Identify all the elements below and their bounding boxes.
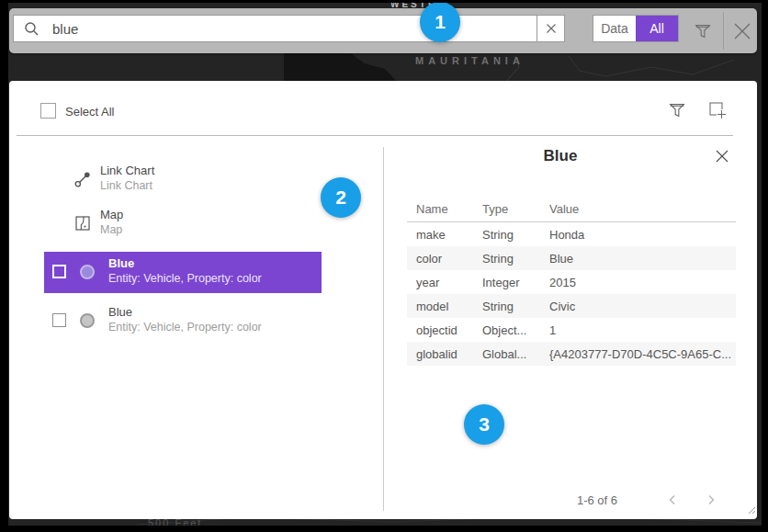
cell-name: color bbox=[407, 252, 473, 266]
cell-name: year bbox=[407, 276, 473, 289]
cell-type: Integer bbox=[473, 276, 540, 289]
cell-value: {A4203777-D70D-4C5C-9A65-C... bbox=[540, 347, 736, 361]
result-item-blue[interactable]: Blue Entity: Vehicle, Property: color bbox=[44, 300, 322, 342]
panel-resize-handle[interactable] bbox=[746, 502, 756, 518]
close-x-icon bbox=[732, 21, 752, 41]
attribute-table-body: make String Honda color String Blue year… bbox=[407, 222, 736, 366]
cell-type: Global... bbox=[473, 347, 540, 361]
cell-value: 1 bbox=[540, 323, 736, 337]
table-row: color String Blue bbox=[407, 246, 736, 270]
pagination-next-button[interactable] bbox=[701, 490, 721, 510]
cell-type: Object... bbox=[473, 323, 540, 337]
cell-type: String bbox=[473, 228, 540, 242]
link-chart-icon bbox=[73, 170, 92, 192]
header-divider bbox=[17, 135, 733, 136]
column-header-name: Name bbox=[407, 202, 473, 216]
table-row: year Integer 2015 bbox=[407, 270, 736, 294]
filter-funnel-icon bbox=[693, 21, 713, 41]
panel-vertical-divider bbox=[383, 147, 384, 511]
table-row: objectid Object... 1 bbox=[407, 318, 736, 342]
annotation-badge-3: 3 bbox=[464, 404, 504, 445]
result-title: Blue bbox=[108, 304, 132, 320]
select-all-checkbox[interactable] bbox=[40, 103, 56, 119]
add-selection-icon bbox=[706, 99, 728, 121]
clear-search-button[interactable] bbox=[536, 16, 564, 41]
result-checkbox[interactable] bbox=[52, 313, 66, 327]
search-box bbox=[13, 15, 565, 42]
entity-circle-icon bbox=[80, 313, 95, 328]
clear-x-icon bbox=[546, 23, 557, 34]
table-row: model String Civic bbox=[407, 294, 736, 318]
cell-type: String bbox=[473, 300, 540, 313]
app-window: WESTER MAURITANIA 500 Feet Data All 1 Se bbox=[8, 3, 762, 526]
map-label-mauritania: MAURITANIA bbox=[415, 55, 525, 66]
detail-close-button[interactable] bbox=[711, 145, 733, 167]
entity-circle-icon bbox=[80, 265, 95, 279]
chevron-left-icon bbox=[666, 493, 679, 506]
chevron-right-icon bbox=[705, 493, 717, 506]
annotation-badge-2: 2 bbox=[321, 177, 361, 218]
result-item-link-chart[interactable]: Link Chart Link Chart bbox=[44, 160, 322, 200]
result-subtitle: Entity: Vehicle, Property: color bbox=[108, 271, 262, 287]
search-results-panel: Select All Link Chart Link Chart bbox=[9, 81, 757, 519]
search-icon bbox=[24, 21, 40, 37]
search-toolbar: Data All bbox=[9, 8, 757, 53]
close-x-icon bbox=[715, 149, 729, 164]
map-icon bbox=[73, 214, 92, 236]
result-subtitle: Entity: Vehicle, Property: color bbox=[108, 320, 262, 335]
result-subtitle: Link Chart bbox=[100, 178, 152, 194]
cell-name: make bbox=[407, 228, 473, 242]
table-row: globalid Global... {A4203777-D70D-4C5C-9… bbox=[407, 342, 736, 366]
filter-funnel-icon bbox=[667, 100, 687, 120]
cell-type: String bbox=[473, 252, 540, 266]
result-title: Blue bbox=[108, 255, 134, 271]
result-subtitle: Map bbox=[100, 222, 122, 238]
cell-value: Civic bbox=[540, 300, 736, 313]
result-title: Link Chart bbox=[100, 163, 154, 178]
cell-value: Honda bbox=[540, 228, 736, 242]
scope-data-button[interactable]: Data bbox=[593, 16, 636, 41]
cell-value: 2015 bbox=[540, 276, 736, 289]
select-all-label: Select All bbox=[65, 105, 114, 119]
pagination-prev-button[interactable] bbox=[662, 490, 683, 510]
annotation-badge-1: 1 bbox=[420, 3, 460, 42]
cell-value: Blue bbox=[540, 252, 736, 266]
results-filter-button[interactable] bbox=[665, 98, 689, 122]
search-scope-toggle: Data All bbox=[593, 15, 679, 42]
pagination-label: 1-6 of 6 bbox=[542, 493, 652, 507]
column-header-value: Value bbox=[540, 202, 736, 216]
toolbar-filter-button[interactable] bbox=[691, 19, 715, 43]
add-to-selection-button[interactable] bbox=[706, 98, 729, 122]
result-item-map[interactable]: Map Map bbox=[44, 204, 322, 244]
close-search-button[interactable] bbox=[729, 18, 755, 44]
attribute-table-header: Name Type Value bbox=[407, 197, 736, 222]
table-row: make String Honda bbox=[407, 222, 736, 246]
attribute-table: Name Type Value make String Honda color … bbox=[407, 197, 736, 366]
toolbar-divider bbox=[723, 12, 724, 50]
result-checkbox[interactable] bbox=[52, 265, 66, 278]
search-input[interactable] bbox=[40, 21, 536, 37]
detail-title: Blue bbox=[404, 147, 717, 165]
column-header-type: Type bbox=[473, 202, 540, 216]
cell-name: objectid bbox=[407, 323, 473, 337]
result-title: Map bbox=[100, 207, 123, 222]
scope-all-button[interactable]: All bbox=[636, 16, 678, 41]
cell-name: model bbox=[407, 300, 473, 313]
result-item-blue-selected[interactable]: Blue Entity: Vehicle, Property: color bbox=[44, 252, 322, 293]
cell-name: globalid bbox=[407, 347, 473, 361]
